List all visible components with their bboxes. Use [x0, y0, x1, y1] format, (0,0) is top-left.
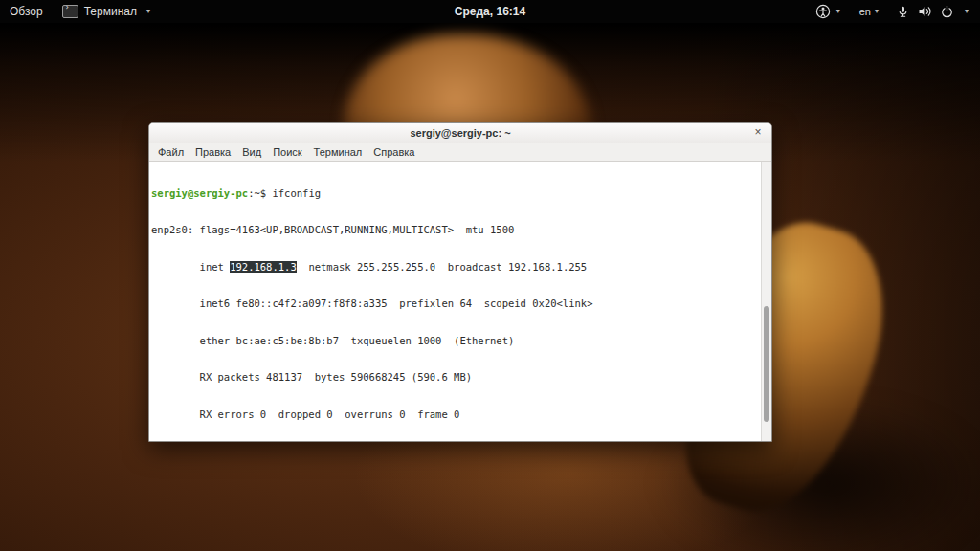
- system-menu-button[interactable]: ▾: [888, 0, 980, 23]
- menu-view[interactable]: Вид: [236, 145, 267, 159]
- menu-help[interactable]: Справка: [368, 145, 420, 159]
- prompt-suffix: :~$: [248, 187, 272, 199]
- inet-line-pre: inet: [151, 261, 230, 273]
- chevron-down-icon: ▾: [146, 8, 150, 15]
- terminal-content[interactable]: sergiy@sergiy-pc:~$ ifconfig enp2s0: fla…: [149, 162, 771, 442]
- terminal-line: RX packets 481137 bytes 590668245 (590.6…: [151, 371, 771, 384]
- menu-file[interactable]: Файл: [152, 145, 189, 159]
- inet-line-post: netmask 255.255.255.0 broadcast 192.168.…: [297, 261, 587, 273]
- app-menu-label: Терминал: [84, 5, 137, 18]
- app-menu-button[interactable]: Терминал ▾: [53, 0, 160, 23]
- microphone-icon: [896, 4, 910, 19]
- chevron-down-icon: ▾: [875, 8, 879, 15]
- top-bar-right: ▾ en ▾ ▾: [806, 0, 980, 23]
- speaker-volume-icon: [917, 4, 933, 19]
- top-bar-left: Обзор Терминал ▾: [0, 0, 160, 23]
- terminal-prompt-line: sergiy@sergiy-pc:~$ ifconfig: [151, 187, 771, 200]
- menu-search[interactable]: Поиск: [267, 145, 307, 159]
- keyboard-layout-label: en: [859, 6, 871, 17]
- menu-edit[interactable]: Правка: [189, 145, 236, 159]
- command-text: ifconfig: [272, 187, 321, 199]
- clock-button[interactable]: Среда, 16:14: [445, 0, 535, 23]
- terminal-line: ether bc:ae:c5:be:8b:b7 txqueuelen 1000 …: [151, 335, 771, 347]
- terminal-inet-line: inet 192.168.1.3 netmask 255.255.255.0 b…: [151, 261, 771, 274]
- terminal-line: enp2s0: flags=4163<UP,BROADCAST,RUNNING,…: [151, 224, 771, 236]
- scrollbar-track[interactable]: [761, 162, 771, 442]
- selected-ip-address: 192.168.1.3: [230, 261, 297, 273]
- scrollbar-thumb[interactable]: [764, 306, 769, 422]
- chevron-down-icon: ▾: [965, 8, 969, 15]
- accessibility-icon: [815, 4, 831, 19]
- top-bar: Обзор Терминал ▾ Среда, 16:14 ▾ en ▾: [0, 0, 980, 23]
- terminal-line: inet6 fe80::c4f2:a097:f8f8:a335 prefixle…: [151, 298, 771, 310]
- close-button[interactable]: ×: [751, 126, 765, 140]
- activities-button[interactable]: Обзор: [0, 0, 53, 23]
- chevron-down-icon: ▾: [836, 8, 840, 15]
- terminal-app-icon: [62, 5, 78, 18]
- prompt-user-host: sergiy@sergiy-pc: [151, 187, 248, 199]
- terminal-line: RX errors 0 dropped 0 overruns 0 frame 0: [151, 408, 771, 421]
- terminal-window: sergiy@sergiy-pc: ~ × Файл Правка Вид По…: [148, 122, 772, 442]
- window-titlebar[interactable]: sergiy@sergiy-pc: ~ ×: [149, 123, 771, 143]
- power-icon: [940, 4, 954, 19]
- keyboard-layout-button[interactable]: en ▾: [850, 0, 888, 23]
- accessibility-menu-button[interactable]: ▾: [806, 0, 850, 23]
- window-title: sergiy@sergiy-pc: ~: [410, 127, 510, 139]
- terminal-menubar: Файл Правка Вид Поиск Терминал Справка: [149, 143, 771, 162]
- menu-terminal[interactable]: Терминал: [308, 145, 368, 159]
